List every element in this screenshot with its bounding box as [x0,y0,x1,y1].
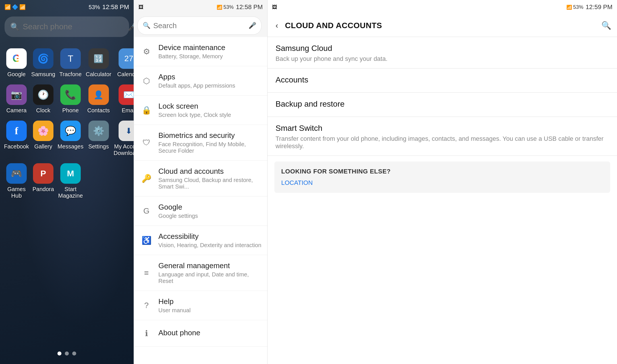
app-icon-phone: 📞 [60,84,81,105]
s-signal: 📶 [217,5,222,10]
settings-subtitle-apps: Default apps, App permissions [158,82,262,89]
settings-text-accessibility: Accessibility Vision, Hearing, Dexterity… [158,232,262,249]
home-clock: 12:58 PM [102,3,129,11]
settings-search-icon: 🔍 [143,22,150,29]
settings-item-about-phone[interactable]: ℹ About phone [134,320,267,347]
settings-title-help: Help [158,297,262,306]
settings-icon-about-phone: ℹ [140,326,153,340]
cloud-content: Samsung Cloud Back up your phone and syn… [268,37,617,364]
c-battery: 53% [573,4,583,10]
settings-item-device-maintenance[interactable]: ⚙ Device maintenance Battery, Storage, M… [134,37,267,66]
settings-panel: 🖼 📶 53% 12:58 PM 🔍 🎤 🦒 ⚙ Device maintena… [134,0,267,364]
app-label-email: Email [122,107,134,114]
app-item-calculator[interactable]: 🔢 Calculator [85,45,113,81]
settings-title-google: Google [158,203,262,212]
cloud-section-accounts[interactable]: Accounts [268,69,617,93]
sim-icon: 📶 [5,4,11,10]
battery-percent: 53% [89,4,100,11]
app-item-gallery[interactable]: 🌸 Gallery [30,117,57,160]
app-icon-email: ✉️ [119,84,134,105]
dot-1 [57,351,61,355]
settings-icon-google: G [140,204,153,218]
home-mic-icon[interactable]: 🎤 [128,22,134,31]
settings-title-lock-screen: Lock screen [158,102,262,111]
settings-item-general-management[interactable]: ≡ General management Language and input,… [134,255,267,291]
app-item-phone[interactable]: 📞 Phone [56,81,84,117]
settings-icon-help: ? [140,299,153,312]
app-item-samsung[interactable]: 🌀 Samsung [30,45,57,81]
app-item-clock[interactable]: 🕐 Clock [30,81,57,117]
settings-title-apps: Apps [158,73,262,81]
settings-text-help: Help User manual [158,297,262,314]
app-item-gameshub[interactable]: 🎮 Games Hub [3,160,30,202]
settings-title-accessibility: Accessibility [158,232,262,241]
cloud-panel: 🖼 📶 53% 12:59 PM ‹ CLOUD AND ACCOUNTS 🔍 … [267,0,617,364]
home-screen: 📶 🔷 📶 53% 12:58 PM 🔍 🎤 ⋮ G Google 🌀 Sams… [0,0,134,364]
app-icon-gallery: 🌸 [33,121,53,141]
settings-item-google[interactable]: G Google Google settings [134,197,267,226]
app-label-pandora: Pandora [32,186,54,193]
settings-item-help[interactable]: ? Help User manual [134,291,267,320]
cloud-section-backup-restore[interactable]: Backup and restore [268,93,617,117]
app-item-camera[interactable]: 📷 Camera [3,81,30,117]
settings-item-biometrics[interactable]: 🛡 Biometrics and security Face Recogniti… [134,125,267,161]
app-label-calculator: Calculator [86,71,111,78]
dot-3 [72,351,76,355]
home-search-input[interactable] [23,22,125,31]
app-icon-clock: 🕐 [33,84,53,105]
app-item-myaccount[interactable]: ⬇ My Account Downloader [113,117,134,160]
settings-title-about-phone: About phone [158,328,262,337]
app-label-phone: Phone [62,107,79,114]
settings-item-apps[interactable]: ⬡ Apps Default apps, App permissions [134,66,267,96]
bt-icon: 🔷 [12,4,18,10]
settings-search-bar[interactable]: 🔍 🎤 [137,16,262,35]
settings-subtitle-cloud-accounts: Samsung Cloud, Backup and restore, Smart… [158,177,262,190]
app-icon-pandora: P [33,163,53,184]
settings-text-apps: Apps Default apps, App permissions [158,73,262,89]
app-item-pandora[interactable]: P Pandora [30,160,57,202]
app-label-myaccount: My Account Downloader [114,143,134,156]
app-item-settings[interactable]: ⚙️ Settings [85,117,113,160]
settings-mic-icon[interactable]: 🎤 [249,22,256,29]
home-search-container[interactable]: 🔍 🎤 ⋮ [5,16,129,37]
app-item-facebook[interactable]: f Facebook [3,117,30,160]
app-item-contacts[interactable]: 👤 Contacts [85,81,113,117]
app-item-messages[interactable]: 💬 Messages [56,117,84,160]
app-label-samsung: Samsung [31,71,55,78]
settings-search-input[interactable] [153,21,246,30]
settings-text-google: Google Google settings [158,203,262,219]
back-button[interactable]: ‹ [273,20,280,31]
app-item-tracfone[interactable]: T Tracfone [56,45,84,81]
settings-subtitle-lock-screen: Screen lock type, Clock style [158,112,262,118]
app-icon-contacts: 👤 [88,84,109,105]
app-label-camera: Camera [6,107,26,114]
cloud-status-left: 🖼 [272,4,277,10]
settings-icon-accessibility: ♿ [140,233,153,247]
app-icon-camera: 📷 [6,84,27,105]
settings-item-lock-screen[interactable]: 🔒 Lock screen Screen lock type, Clock st… [134,96,267,125]
dot-2 [65,351,69,355]
cloud-section-sub-samsung-cloud: Back up your phone and sync your data. [276,55,609,63]
settings-item-cloud-accounts[interactable]: 🔑 Cloud and accounts Samsung Cloud, Back… [134,161,267,197]
home-status-right: 53% 12:58 PM [89,3,129,11]
cloud-search-button[interactable]: 🔍 [601,21,611,30]
app-icon-startmag: M [60,163,81,184]
app-icon-myaccount: ⬇ [119,121,134,141]
settings-subtitle-google: Google settings [158,213,262,219]
cloud-section-smart-switch[interactable]: Smart Switch Transfer content from your … [268,117,617,156]
app-icon-messages: 💬 [60,121,81,141]
app-item-calendar[interactable]: 27 Calendar [113,45,134,81]
settings-text-lock-screen: Lock screen Screen lock type, Clock styl… [158,102,262,118]
home-status-left: 📶 🔷 📶 [5,4,26,10]
settings-icon-apps: ⬡ [140,74,153,88]
looking-box: LOOKING FOR SOMETHING ELSE? LOCATION [274,162,610,193]
app-item-email[interactable]: ✉️ Email [113,81,134,117]
location-link[interactable]: LOCATION [281,179,603,187]
settings-item-accessibility[interactable]: ♿ Accessibility Vision, Hearing, Dexteri… [134,226,267,255]
settings-title-cloud-accounts: Cloud and accounts [158,167,262,176]
cloud-section-samsung-cloud[interactable]: Samsung Cloud Back up your phone and syn… [268,37,617,69]
app-item-google[interactable]: G Google [3,45,30,81]
app-item-startmag[interactable]: M Start Magazine [56,160,84,202]
app-label-facebook: Facebook [4,143,29,150]
home-search-icon: 🔍 [10,22,19,31]
